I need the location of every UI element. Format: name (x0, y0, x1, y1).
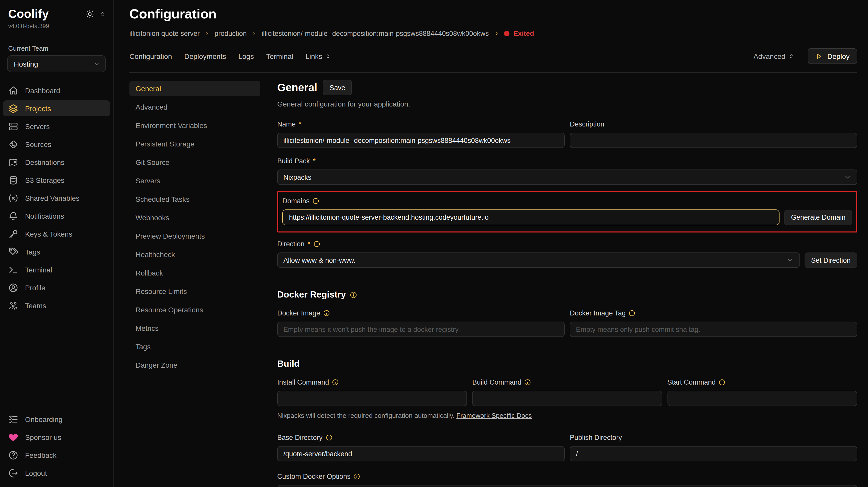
sidebar-item-sponsor-us[interactable]: Sponsor us (3, 429, 110, 445)
key-icon (8, 229, 19, 239)
deploy-button[interactable]: Deploy (808, 48, 857, 64)
start-command-label: Start Command (667, 378, 716, 386)
sidebar-item-s3-storages[interactable]: S3 Storages (3, 172, 110, 188)
tab-links[interactable]: Links (306, 52, 331, 60)
subnav-item-persistent-storage[interactable]: Persistent Storage (129, 136, 260, 151)
sidebar-item-teams[interactable]: Teams (3, 297, 110, 313)
tabs-row: Configuration Deployments Logs Terminal … (129, 48, 857, 73)
subnav-item-general[interactable]: General (129, 81, 260, 96)
direction-select[interactable]: Allow www & non-www. (277, 253, 800, 268)
subnav-item-scheduled-tasks[interactable]: Scheduled Tasks (129, 192, 260, 207)
docker-image-input[interactable] (277, 322, 565, 337)
sidebar-item-keys-tokens[interactable]: Keys & Tokens (3, 226, 110, 242)
chevron-down-icon (786, 257, 794, 264)
sidebar-item-label: Shared Variables (25, 194, 80, 202)
subnav-item-metrics[interactable]: Metrics (129, 321, 260, 336)
breadcrumb-application[interactable]: illicitestonion/-module--decomposition:m… (261, 30, 489, 37)
subnav-item-environment-variables[interactable]: Environment Variables (129, 118, 260, 133)
docker-image-tag-input[interactable] (570, 322, 857, 337)
tab-logs[interactable]: Logs (238, 52, 254, 60)
sidebar-item-feedback[interactable]: Feedback (3, 447, 110, 463)
variable-icon (8, 193, 19, 203)
subnav-item-advanced[interactable]: Advanced (129, 99, 260, 115)
install-command-input[interactable] (277, 391, 467, 406)
sidebar-item-notifications[interactable]: Notifications (3, 208, 110, 224)
updown-chevron-icon[interactable] (99, 11, 106, 18)
publish-directory-input[interactable] (570, 446, 857, 461)
sidebar-item-label: Teams (25, 302, 46, 310)
sidebar-item-tags[interactable]: Tags (3, 244, 110, 260)
subnav-item-resource-limits[interactable]: Resource Limits (129, 284, 260, 299)
breadcrumb-project[interactable]: illicitonion quote server (129, 30, 200, 37)
status-badge: Exited (503, 30, 534, 37)
help-circle-icon (8, 450, 19, 460)
subnav-item-healthcheck[interactable]: Healthcheck (129, 247, 260, 262)
sidebar-item-label: Keys & Tokens (25, 230, 72, 238)
section-heading-build: Build (277, 359, 300, 369)
direction-label: Direction (277, 240, 305, 248)
sidebar-item-terminal[interactable]: Terminal (3, 262, 110, 278)
custom-docker-options-input[interactable] (277, 485, 857, 487)
framework-docs-link[interactable]: Framework Specific Docs (456, 412, 532, 420)
subnav-item-git-source[interactable]: Git Source (129, 155, 260, 170)
status-dot-icon (503, 31, 509, 36)
sidebar-item-label: Terminal (25, 265, 52, 274)
terminal-icon (8, 264, 19, 275)
generate-domain-button[interactable]: Generate Domain (784, 210, 852, 225)
base-directory-input[interactable] (277, 446, 565, 461)
updown-chevron-icon (325, 53, 331, 59)
save-button[interactable]: Save (323, 80, 352, 95)
chevron-down-icon (93, 60, 100, 67)
info-icon (326, 434, 332, 441)
name-input[interactable] (277, 133, 565, 148)
chevron-right-icon (204, 31, 210, 36)
sidebar-item-profile[interactable]: Profile (3, 280, 110, 295)
build-command-input[interactable] (472, 391, 662, 406)
build-pack-select[interactable]: Nixpacks (277, 170, 857, 185)
start-command-input[interactable] (667, 391, 857, 406)
sidebar-item-label: Feedback (25, 451, 57, 459)
domains-input[interactable] (282, 209, 780, 225)
set-direction-button[interactable]: Set Direction (804, 253, 857, 268)
advanced-menu[interactable]: Advanced (753, 52, 795, 60)
subnav-item-tags[interactable]: Tags (129, 339, 260, 354)
subnav-item-resource-operations[interactable]: Resource Operations (129, 302, 260, 317)
tab-configuration[interactable]: Configuration (129, 52, 172, 60)
tab-deployments[interactable]: Deployments (184, 52, 226, 60)
sidebar-item-shared-variables[interactable]: Shared Variables (3, 190, 110, 206)
subnav-item-servers[interactable]: Servers (129, 173, 260, 189)
subnav-item-webhooks[interactable]: Webhooks (129, 210, 260, 225)
name-label: Name (277, 120, 296, 128)
sidebar-item-logout[interactable]: Logout (3, 465, 110, 481)
app-version: v4.0.0-beta.399 (0, 21, 113, 29)
sidebar-item-servers[interactable]: Servers (3, 118, 110, 134)
git-source-icon (8, 139, 19, 149)
map-icon (8, 157, 19, 167)
theme-toggle-sun-icon[interactable] (86, 10, 94, 19)
description-input[interactable] (570, 133, 857, 148)
info-icon (323, 310, 330, 316)
info-icon (629, 310, 636, 316)
tab-terminal[interactable]: Terminal (266, 52, 293, 60)
checklist-icon (8, 414, 19, 424)
sidebar-item-sources[interactable]: Sources (3, 136, 110, 152)
sidebar-item-dashboard[interactable]: Dashboard (3, 82, 110, 98)
subnav-item-preview-deployments[interactable]: Preview Deployments (129, 228, 260, 244)
section-heading-general: General (277, 81, 317, 94)
team-select[interactable]: Hosting (7, 55, 106, 72)
sidebar-item-label: Tags (25, 248, 40, 256)
config-subnav: General Advanced Environment Variables P… (129, 77, 260, 487)
users-icon (8, 300, 19, 311)
sidebar-item-label: Sponsor us (25, 433, 61, 441)
sidebar-item-destinations[interactable]: Destinations (3, 154, 110, 170)
sidebar-bottom-nav: Onboarding Sponsor us Feedback Logout (0, 411, 113, 481)
sidebar-item-projects[interactable]: Projects (3, 101, 110, 116)
section-description: General configuration for your applicati… (277, 100, 857, 108)
subnav-item-danger-zone[interactable]: Danger Zone (129, 357, 260, 373)
updown-chevron-icon (788, 53, 795, 59)
sidebar-item-label: Profile (25, 283, 45, 292)
nixpacks-note: Nixpacks will detect the required config… (277, 412, 857, 420)
subnav-item-rollback[interactable]: Rollback (129, 265, 260, 281)
breadcrumb-environment[interactable]: production (215, 30, 247, 37)
sidebar-item-onboarding[interactable]: Onboarding (3, 411, 110, 427)
